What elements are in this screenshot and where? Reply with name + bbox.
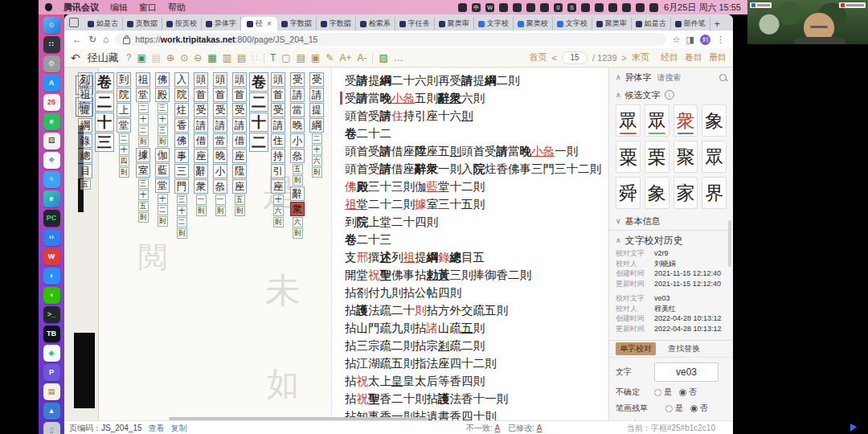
candidate-char-7[interactable]: 眾 xyxy=(702,141,727,173)
tab-文字校-12[interactable]: 文字校 xyxy=(553,17,592,31)
panel-scrollbar[interactable] xyxy=(728,220,731,267)
order-marks-icon[interactable]: ∷ xyxy=(252,53,258,63)
panda-status-icon[interactable] xyxy=(540,3,549,12)
char-box[interactable]: 請 xyxy=(309,88,324,102)
char-box[interactable]: 十 xyxy=(158,194,168,204)
char-box[interactable]: 二 xyxy=(138,103,149,113)
char-boxes-icon[interactable]: ▦ xyxy=(207,53,216,63)
char-box[interactable]: 請 xyxy=(213,118,227,133)
char-box[interactable]: 當 xyxy=(213,133,227,148)
dock-trash[interactable]: ▯ xyxy=(43,422,60,434)
char-box[interactable]: 二 xyxy=(95,92,114,112)
copy-link[interactable]: 复制 xyxy=(171,423,187,434)
candidates-section-header[interactable]: ∧ 候选文字 i xyxy=(609,87,733,103)
text-line-3[interactable]: 頭首受請住持引座十六則 xyxy=(342,107,608,125)
char-box[interactable]: 殿 xyxy=(155,88,170,102)
text-mode-icon[interactable]: T xyxy=(270,53,276,63)
tab-聚类校-11[interactable]: 聚类校 xyxy=(514,17,553,31)
char-box[interactable]: 十 xyxy=(312,145,322,155)
chrome-status-icon[interactable] xyxy=(649,3,658,12)
text-line-19[interactable]: 拈祝聖香二十則拈護法香十一則 xyxy=(342,390,608,407)
char-box[interactable]: 一 xyxy=(196,194,207,205)
char-box[interactable]: 三 xyxy=(158,103,168,113)
char-box[interactable]: 頭 xyxy=(232,72,247,87)
char-box[interactable]: 則 xyxy=(138,137,149,147)
char-box[interactable]: 據 xyxy=(136,148,150,162)
transcription-panel[interactable]: 受請提綱二十六則再受請提綱二則受請當晚小叅五則辭衆六則頭首受請住持引座十六則卷二… xyxy=(331,68,608,421)
tab-字任务-8[interactable]: 字任务 xyxy=(395,17,435,31)
char-box[interactable]: 卷 xyxy=(249,72,268,92)
input-source-icon[interactable]: 中 xyxy=(472,3,481,12)
text-line-7[interactable]: 佛殿三十三則伽藍堂十二則 xyxy=(342,178,608,195)
char-box[interactable]: 目 xyxy=(78,164,92,178)
char-box[interactable]: 則 xyxy=(158,137,168,147)
tab-字数据-6[interactable]: 字数据 xyxy=(317,17,356,31)
char-box[interactable]: 叅 xyxy=(290,149,305,163)
char-box[interactable]: 十 xyxy=(249,113,268,132)
meeting-video-thumbnail[interactable] xyxy=(747,0,868,44)
char-box[interactable]: 二 xyxy=(138,125,149,136)
char-box[interactable]: 座 xyxy=(232,149,247,163)
char-box[interactable]: 列 xyxy=(78,72,92,87)
dock-edge[interactable]: e xyxy=(43,190,60,207)
char-box[interactable]: 則 xyxy=(196,206,207,216)
extensions-icon[interactable]: ◨ xyxy=(686,35,694,45)
tab-按页校-2[interactable]: 按页校 xyxy=(162,17,202,31)
search-icon[interactable] xyxy=(622,3,631,12)
char-box[interactable]: 衆 xyxy=(194,179,208,194)
home-button[interactable]: ⌂ xyxy=(103,35,108,44)
dock-books-app[interactable]: ▤ xyxy=(43,383,60,400)
candidate-char-8[interactable]: 舜 xyxy=(616,177,641,209)
char-box[interactable]: 堂 xyxy=(117,118,131,133)
browser-menu-icon[interactable]: ⋮ xyxy=(716,35,725,45)
char-box[interactable]: 祖 xyxy=(78,88,92,102)
radio-yes[interactable]: 是 xyxy=(654,387,672,398)
char-box[interactable]: 入 xyxy=(174,72,189,87)
swift-status-icon[interactable] xyxy=(513,3,522,12)
more-icon[interactable]: … xyxy=(394,53,403,63)
help-icon[interactable]: ? xyxy=(126,53,132,63)
reload-button[interactable]: ↻ xyxy=(88,35,96,44)
menubar-item-2[interactable]: 窗口 xyxy=(139,2,157,14)
variant-search-input[interactable] xyxy=(656,72,715,83)
char-box[interactable]: 十 xyxy=(119,145,129,155)
text-line-15[interactable]: 拈山門疏九則拈諸山疏五則 xyxy=(342,319,608,337)
proof-tab-1[interactable]: 查找替换 xyxy=(664,342,704,355)
dock-app-store[interactable]: A xyxy=(43,75,60,92)
char-box[interactable]: 總 xyxy=(78,149,92,163)
variant-section-header[interactable]: ∧ 异体字 xyxy=(609,68,733,87)
tab-字数据-5[interactable]: 字数据 xyxy=(277,17,317,31)
proof-text-input[interactable] xyxy=(654,362,719,382)
char-box[interactable]: 佛 xyxy=(155,72,170,87)
catalog-menu-2[interactable]: 册目 xyxy=(709,51,727,63)
char-box[interactable]: 上 xyxy=(117,103,131,117)
char-box[interactable]: 則 xyxy=(177,228,187,239)
tab-径-4[interactable]: 径× xyxy=(241,17,277,31)
dock-circles-app[interactable]: ❖ xyxy=(43,152,60,169)
char-box[interactable]: 六 xyxy=(293,217,303,227)
menubar-item-1[interactable]: 编辑 xyxy=(110,2,128,14)
mic-icon[interactable] xyxy=(458,3,467,12)
char-box[interactable]: 錄 xyxy=(78,133,92,148)
grid-faint-icon[interactable]: ▤ xyxy=(152,53,161,63)
scan-column-0[interactable]: 受請提綱二十六則 xyxy=(309,72,325,418)
tab-聚类审-13[interactable]: 聚类审 xyxy=(592,17,632,31)
char-box[interactable]: 晚 xyxy=(213,149,227,163)
char-box[interactable]: 小 xyxy=(213,164,227,178)
doc-check-icon[interactable]: ▤ xyxy=(297,53,305,63)
candidate-char-0[interactable]: 眾 xyxy=(616,104,641,137)
dock-diamond-app[interactable]: ◆ xyxy=(43,345,60,362)
char-box[interactable]: 首 xyxy=(194,88,208,102)
char-box[interactable]: 佛 xyxy=(174,133,189,148)
char-box[interactable]: 則 xyxy=(293,175,303,186)
char-box[interactable]: 堂 xyxy=(136,88,150,102)
radio-icon[interactable] xyxy=(679,389,686,396)
zoom-out-icon[interactable]: ⊖ xyxy=(194,53,202,63)
scan-column-3[interactable]: 卷二十二 xyxy=(251,72,267,418)
zoom-in-icon[interactable]: ⊕ xyxy=(166,53,174,63)
char-box[interactable]: 藍 xyxy=(155,163,170,178)
undo-icon[interactable]: ↶ xyxy=(71,51,80,64)
char-box[interactable]: 座 xyxy=(194,149,208,163)
char-box[interactable]: 二 xyxy=(177,217,187,227)
char-box[interactable]: 十 xyxy=(95,113,114,132)
